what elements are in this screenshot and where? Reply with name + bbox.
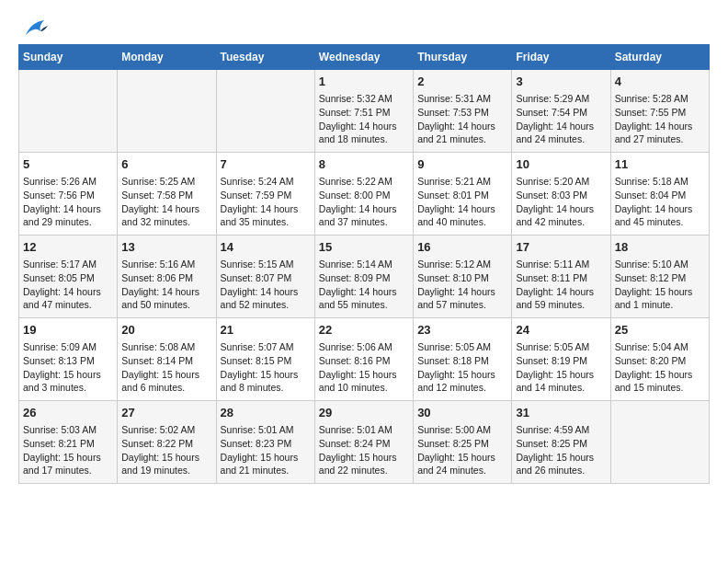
day-content: Sunset: 8:01 PM [417, 189, 507, 202]
day-content: Sunset: 7:58 PM [121, 189, 211, 202]
day-content: Sunrise: 5:20 AM [516, 175, 606, 189]
day-number: 27 [121, 405, 211, 421]
day-content: Sunrise: 5:01 AM [319, 423, 409, 437]
day-number: 19 [23, 322, 113, 339]
calendar-cell: 16Sunrise: 5:12 AMSunset: 8:10 PMDayligh… [414, 236, 512, 318]
day-content: Sunrise: 5:18 AM [615, 175, 705, 189]
day-content: Sunset: 8:04 PM [615, 189, 705, 202]
day-content: Daylight: 14 hours and 35 minutes. [221, 202, 311, 229]
day-content: Sunrise: 5:00 AM [417, 423, 507, 437]
calendar-cell: 1Sunrise: 5:32 AMSunset: 7:51 PMDaylight… [314, 70, 413, 153]
day-content: Sunrise: 5:31 AM [417, 92, 507, 106]
day-content: Sunset: 8:12 PM [615, 271, 705, 285]
logo-bird-icon [22, 18, 48, 39]
calendar-cell: 3Sunrise: 5:29 AMSunset: 7:54 PMDaylight… [512, 70, 610, 153]
day-number: 8 [319, 156, 409, 173]
day-content: Daylight: 14 hours and 45 minutes. [615, 202, 705, 229]
calendar-cell: 26Sunrise: 5:03 AMSunset: 8:21 PMDayligh… [19, 401, 118, 484]
day-content: Sunrise: 5:09 AM [23, 340, 113, 354]
day-number: 13 [121, 239, 211, 256]
day-content: Sunrise: 5:01 AM [221, 423, 311, 437]
calendar-table: SundayMondayTuesdayWednesdayThursdayFrid… [18, 44, 710, 484]
calendar-cell: 14Sunrise: 5:15 AMSunset: 8:07 PMDayligh… [216, 236, 314, 318]
day-content: Daylight: 14 hours and 50 minutes. [121, 285, 211, 312]
day-number: 21 [221, 322, 311, 339]
weekday-header: Tuesday [216, 45, 314, 70]
day-number: 31 [516, 405, 606, 421]
calendar-header-row: SundayMondayTuesdayWednesdayThursdayFrid… [19, 45, 710, 70]
day-content: Sunset: 7:54 PM [516, 106, 606, 120]
calendar-cell: 30Sunrise: 5:00 AMSunset: 8:25 PMDayligh… [414, 401, 512, 484]
day-content: Sunset: 7:56 PM [23, 189, 113, 202]
day-number: 11 [615, 156, 705, 173]
day-content: Sunrise: 5:26 AM [23, 175, 113, 189]
day-number: 6 [121, 156, 211, 173]
day-content: Sunset: 8:25 PM [417, 437, 507, 451]
day-content: Sunset: 8:11 PM [516, 271, 606, 285]
calendar-week-row: 1Sunrise: 5:32 AMSunset: 7:51 PMDaylight… [19, 70, 710, 153]
calendar-cell: 4Sunrise: 5:28 AMSunset: 7:55 PMDaylight… [610, 70, 709, 153]
day-content: Sunrise: 5:16 AM [121, 258, 211, 271]
day-content: Sunrise: 5:12 AM [417, 258, 507, 271]
day-content: Daylight: 15 hours and 22 minutes. [319, 451, 409, 477]
day-content: Daylight: 15 hours and 6 minutes. [121, 368, 211, 395]
calendar-week-row: 19Sunrise: 5:09 AMSunset: 8:13 PMDayligh… [19, 318, 710, 401]
day-content: Daylight: 15 hours and 10 minutes. [319, 368, 409, 395]
calendar-cell: 27Sunrise: 5:02 AMSunset: 8:22 PMDayligh… [118, 401, 216, 484]
calendar-cell: 15Sunrise: 5:14 AMSunset: 8:09 PMDayligh… [314, 236, 413, 318]
day-content: Daylight: 14 hours and 18 minutes. [319, 120, 409, 146]
day-content: Sunset: 8:10 PM [417, 271, 507, 285]
calendar-week-row: 5Sunrise: 5:26 AMSunset: 7:56 PMDaylight… [19, 153, 710, 236]
calendar-cell: 28Sunrise: 5:01 AMSunset: 8:23 PMDayligh… [216, 401, 314, 484]
day-content: Sunset: 8:05 PM [23, 271, 113, 285]
day-content: Sunset: 8:20 PM [615, 354, 705, 368]
day-content: Daylight: 14 hours and 37 minutes. [319, 202, 409, 229]
day-content: Sunrise: 5:10 AM [615, 258, 705, 271]
day-content: Sunrise: 5:06 AM [319, 340, 409, 354]
day-content: Sunrise: 5:28 AM [615, 92, 705, 106]
day-number: 20 [121, 322, 211, 339]
calendar-cell: 19Sunrise: 5:09 AMSunset: 8:13 PMDayligh… [19, 318, 118, 401]
day-content: Sunrise: 5:32 AM [319, 92, 409, 106]
calendar-cell [19, 70, 118, 153]
day-content: Sunset: 8:09 PM [319, 271, 409, 285]
day-number: 22 [319, 322, 409, 339]
day-number: 24 [516, 322, 606, 339]
calendar-cell: 13Sunrise: 5:16 AMSunset: 8:06 PMDayligh… [118, 236, 216, 318]
calendar-week-row: 12Sunrise: 5:17 AMSunset: 8:05 PMDayligh… [19, 236, 710, 318]
day-content: Daylight: 14 hours and 59 minutes. [516, 285, 606, 312]
day-content: Sunset: 8:18 PM [417, 354, 507, 368]
day-content: Daylight: 15 hours and 8 minutes. [221, 368, 311, 395]
calendar-cell: 5Sunrise: 5:26 AMSunset: 7:56 PMDaylight… [19, 153, 118, 236]
day-number: 29 [319, 405, 409, 421]
day-number: 4 [615, 74, 705, 90]
day-content: Daylight: 14 hours and 55 minutes. [319, 285, 409, 312]
calendar-cell: 29Sunrise: 5:01 AMSunset: 8:24 PMDayligh… [314, 401, 413, 484]
day-content: Daylight: 14 hours and 32 minutes. [121, 202, 211, 229]
logo [18, 18, 48, 35]
day-content: Sunrise: 5:11 AM [516, 258, 606, 271]
day-content: Sunset: 8:22 PM [121, 437, 211, 451]
weekday-header: Saturday [610, 45, 709, 70]
day-content: Sunrise: 5:24 AM [221, 175, 311, 189]
calendar-cell: 18Sunrise: 5:10 AMSunset: 8:12 PMDayligh… [610, 236, 709, 318]
calendar-cell: 25Sunrise: 5:04 AMSunset: 8:20 PMDayligh… [610, 318, 709, 401]
calendar-cell: 31Sunrise: 4:59 AMSunset: 8:25 PMDayligh… [512, 401, 610, 484]
day-content: Sunset: 7:59 PM [221, 189, 311, 202]
day-content: Daylight: 14 hours and 21 minutes. [417, 120, 507, 146]
day-number: 1 [319, 74, 409, 90]
day-content: Daylight: 15 hours and 14 minutes. [516, 368, 606, 395]
day-number: 30 [417, 405, 507, 421]
calendar-cell: 20Sunrise: 5:08 AMSunset: 8:14 PMDayligh… [118, 318, 216, 401]
weekday-header: Wednesday [314, 45, 413, 70]
day-content: Daylight: 14 hours and 27 minutes. [615, 120, 705, 146]
day-content: Sunset: 8:06 PM [121, 271, 211, 285]
day-number: 10 [516, 156, 606, 173]
page-header [18, 18, 710, 35]
day-number: 23 [417, 322, 507, 339]
day-content: Daylight: 15 hours and 1 minute. [615, 285, 705, 312]
calendar-cell: 22Sunrise: 5:06 AMSunset: 8:16 PMDayligh… [314, 318, 413, 401]
day-number: 2 [417, 74, 507, 90]
calendar-cell: 8Sunrise: 5:22 AMSunset: 8:00 PMDaylight… [314, 153, 413, 236]
day-number: 12 [23, 239, 113, 256]
